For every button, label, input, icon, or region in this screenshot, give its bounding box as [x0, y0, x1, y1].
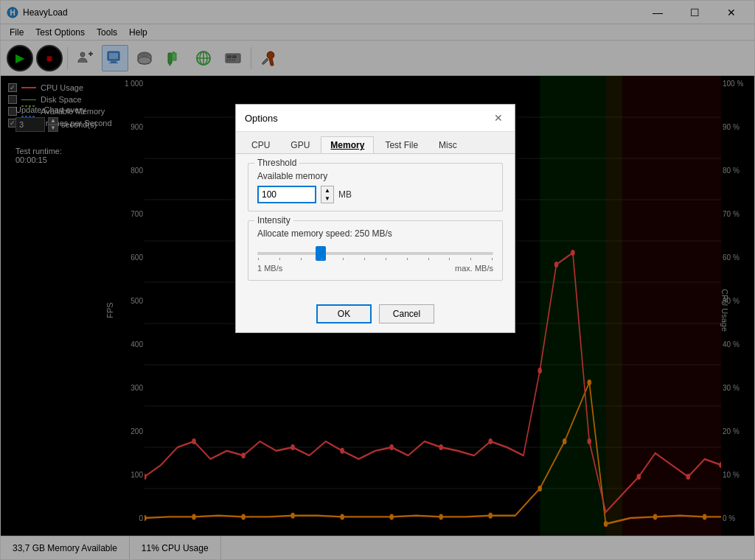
app-window: H HeavyLoad — ☐ ✕ File Test Options Tool…	[0, 0, 755, 560]
dialog-tabs: CPU GPU Memory Test File Misc	[236, 132, 515, 154]
memory-spin-buttons: ▲ ▼	[321, 186, 334, 203]
tab-memory[interactable]: Memory	[321, 136, 374, 153]
memory-input-row: ▲ ▼ MB	[257, 186, 493, 203]
tick	[428, 258, 429, 260]
memory-spin-down[interactable]: ▼	[321, 195, 333, 203]
tick	[492, 258, 493, 260]
dialog-footer: OK Cancel	[236, 298, 515, 332]
memory-spin-up[interactable]: ▲	[321, 186, 333, 195]
threshold-group-title: Threshold	[254, 158, 299, 168]
tab-cpu[interactable]: CPU	[242, 136, 279, 153]
memory-value-input[interactable]	[257, 186, 316, 203]
ok-button[interactable]: OK	[316, 304, 372, 323]
tick	[407, 258, 408, 260]
intensity-group: Intensity Allocate memory speed: 250 MB/…	[248, 220, 503, 281]
dialog-titlebar: Options ✕	[236, 105, 515, 132]
tick	[449, 258, 450, 260]
speed-label: Allocate memory speed: 250 MB/s	[257, 228, 493, 239]
dialog-content: Threshold Available memory ▲ ▼ MB Intens…	[236, 154, 515, 298]
threshold-group: Threshold Available memory ▲ ▼ MB	[248, 163, 503, 211]
cancel-button[interactable]: Cancel	[379, 304, 434, 323]
slider-ticks	[257, 258, 493, 260]
tab-testfile[interactable]: Test File	[375, 136, 428, 153]
tick	[386, 258, 386, 260]
tick	[258, 258, 259, 260]
slider-min-label: 1 MB/s	[257, 264, 282, 273]
options-dialog: Options ✕ CPU GPU Memory Test File Misc …	[235, 104, 515, 333]
tick	[364, 258, 365, 260]
slider-ticks-row	[257, 245, 493, 262]
dialog-close-button[interactable]: ✕	[491, 111, 506, 125]
tick	[321, 258, 322, 260]
available-memory-label: Available memory	[257, 171, 493, 181]
dialog-title: Options	[245, 113, 278, 124]
tick	[301, 258, 302, 260]
tick	[470, 258, 471, 260]
slider-max-label: max. MB/s	[455, 264, 493, 273]
tab-misc[interactable]: Misc	[429, 136, 467, 153]
slider-track	[257, 252, 493, 255]
tab-gpu[interactable]: GPU	[281, 136, 319, 153]
tick	[279, 258, 280, 260]
modal-overlay: Options ✕ CPU GPU Memory Test File Misc …	[1, 1, 754, 559]
intensity-group-title: Intensity	[254, 215, 293, 225]
tick	[343, 258, 344, 260]
slider-fill	[257, 252, 321, 255]
slider-minmax: 1 MB/s max. MB/s	[257, 264, 493, 273]
memory-unit-label: MB	[338, 189, 352, 200]
slider-wrapper	[257, 245, 493, 262]
